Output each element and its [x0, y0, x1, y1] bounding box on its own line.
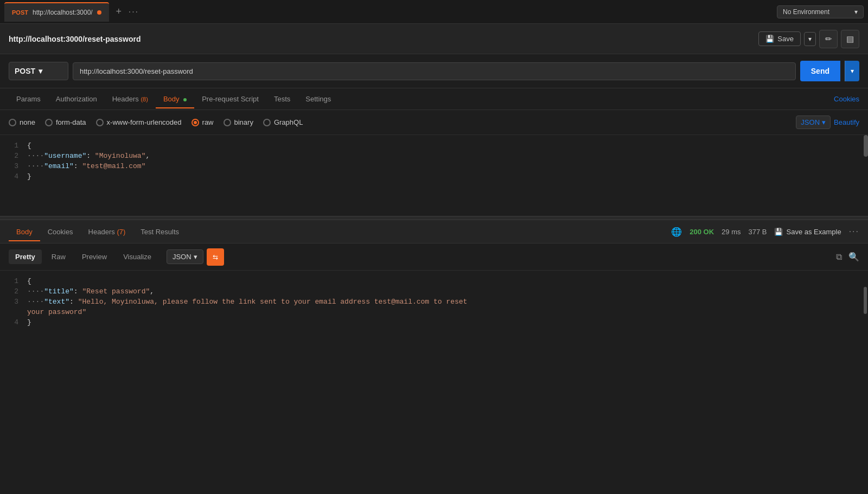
- chevron-down-icon: ▾: [822, 118, 826, 126]
- request-title: http://localhost:3000/reset-password: [9, 35, 758, 43]
- editor-scrollbar: [864, 135, 868, 157]
- more-options-icon[interactable]: ···: [849, 227, 859, 236]
- tab-authorization[interactable]: Authorization: [48, 89, 105, 108]
- globe-icon: 🌐: [671, 227, 682, 237]
- save-example-button[interactable]: 💾 Save as Example: [774, 228, 841, 236]
- json-label: JSON: [801, 118, 820, 126]
- wrap-button[interactable]: ⇆: [207, 248, 224, 266]
- body-type-row: none form-data x-www-form-urlencoded raw…: [0, 110, 868, 135]
- tab-pre-request[interactable]: Pre-request Script: [194, 89, 266, 108]
- radio-graphql-circle: [263, 119, 271, 126]
- status-code: 200 OK: [690, 228, 714, 236]
- response-tab-bar: Body Cookies Headers (7) Test Results 🌐 …: [0, 220, 868, 243]
- radio-binary[interactable]: binary: [224, 118, 253, 126]
- resp-line-2: 2 ····"title": "Reset password",: [0, 286, 868, 297]
- tab-bar-right: No Environment ▾: [777, 5, 864, 18]
- resp-tab-test-results[interactable]: Test Results: [133, 222, 187, 241]
- plus-icon: +: [116, 6, 122, 17]
- env-label: No Environment: [783, 8, 829, 16]
- resp-visualize-tab[interactable]: Visualize: [117, 249, 158, 264]
- tab-settings[interactable]: Settings: [298, 89, 339, 108]
- response-scrollbar: [864, 287, 867, 314]
- url-input[interactable]: [73, 62, 796, 80]
- tab-dot: [97, 10, 101, 15]
- search-button[interactable]: 🔍: [848, 252, 859, 262]
- code-line-3: 3 ····"email": "test@mail.com": [0, 161, 868, 171]
- radio-urlencoded[interactable]: x-www-form-urlencoded: [96, 118, 182, 126]
- send-dropdown-button[interactable]: ▾: [845, 61, 859, 81]
- resp-line-3b: your password": [0, 307, 868, 317]
- cookies-link[interactable]: Cookies: [834, 95, 859, 103]
- radio-none-circle: [9, 119, 16, 126]
- tab-tests[interactable]: Tests: [266, 89, 298, 108]
- resp-headers-badge: (7): [117, 228, 125, 236]
- resp-tab-body[interactable]: Body: [9, 222, 40, 241]
- response-time: 29 ms: [722, 228, 741, 236]
- copy-button[interactable]: ⧉: [836, 252, 842, 262]
- tab-method: POST: [12, 9, 28, 16]
- headers-badge: (8): [141, 96, 148, 102]
- resp-pretty-tab[interactable]: Pretty: [9, 249, 42, 264]
- save-button[interactable]: 💾 Save: [758, 31, 801, 46]
- chevron-down-icon: ▾: [854, 8, 858, 16]
- resp-format-select[interactable]: JSON ▾: [167, 249, 203, 264]
- format-select[interactable]: JSON ▾: [796, 116, 831, 129]
- new-tab-button[interactable]: +: [111, 4, 126, 20]
- resp-line-1: 1 {: [0, 276, 868, 286]
- request-row: POST ▾ Send ▾: [0, 54, 868, 88]
- response-meta: 🌐 200 OK 29 ms 377 B 💾 Save as Example ·…: [671, 227, 859, 237]
- method-select[interactable]: POST ▾: [9, 62, 68, 80]
- radio-form-data-circle: [45, 119, 53, 126]
- radio-binary-circle: [224, 119, 231, 126]
- tab-body[interactable]: Body: [156, 89, 194, 108]
- request-tabs: Params Authorization Headers (8) Body Pr…: [0, 88, 868, 110]
- resp-toolbar-right: ⧉ 🔍: [836, 252, 859, 262]
- radio-form-data[interactable]: form-data: [45, 118, 86, 126]
- tab-params[interactable]: Params: [9, 89, 48, 108]
- response-body-editor: 1 { 2 ····"title": "Reset password", 3 ·…: [0, 271, 868, 494]
- tab-url: http://localhost:3000/: [33, 9, 93, 16]
- save-label: Save: [777, 35, 794, 43]
- ellipsis-icon: ···: [129, 7, 139, 16]
- resp-line-3: 3 ····"text": "Hello, Moyinoluwa, please…: [0, 297, 868, 307]
- radio-graphql[interactable]: GraphQL: [263, 118, 303, 126]
- beautify-button[interactable]: Beautify: [834, 118, 859, 126]
- response-body-toolbar: Pretty Raw Preview Visualize JSON ▾ ⇆ ⧉ …: [0, 243, 868, 271]
- comment-button[interactable]: ▤: [841, 30, 859, 48]
- active-tab[interactable]: POST http://localhost:3000/: [4, 2, 109, 22]
- code-line-4: 4 }: [0, 171, 868, 182]
- resp-tab-cookies[interactable]: Cookies: [40, 222, 81, 241]
- more-tabs-button[interactable]: ···: [129, 7, 139, 17]
- search-icon: 🔍: [848, 252, 859, 261]
- request-body-editor[interactable]: 1 { 2 ····"username": "Moyinoluwa", 3 ··…: [0, 135, 868, 216]
- save-dropdown-button[interactable]: ▾: [804, 32, 816, 46]
- body-type-right: JSON ▾ Beautify: [796, 116, 859, 129]
- resp-line-4: 4 }: [0, 317, 868, 328]
- save-example-label: Save as Example: [786, 228, 841, 236]
- tab-headers[interactable]: Headers (8): [105, 89, 156, 108]
- edit-button[interactable]: ✏: [819, 30, 838, 48]
- copy-icon: ⧉: [836, 252, 842, 261]
- send-label: Send: [811, 67, 829, 75]
- resp-json-label: JSON: [173, 253, 192, 261]
- method-label: POST: [15, 67, 35, 75]
- tab-bar: POST http://localhost:3000/ + ··· No Env…: [0, 0, 868, 24]
- chevron-down-icon: ▾: [39, 67, 42, 75]
- url-bar-actions: 💾 Save ▾ ✏ ▤: [758, 30, 859, 48]
- resp-tab-headers[interactable]: Headers (7): [81, 222, 133, 241]
- radio-raw-circle: [192, 119, 199, 126]
- save-icon: 💾: [774, 228, 783, 236]
- resp-raw-tab[interactable]: Raw: [45, 249, 72, 264]
- chevron-down-icon: ▾: [194, 253, 197, 261]
- environment-select[interactable]: No Environment ▾: [777, 5, 864, 18]
- resp-preview-tab[interactable]: Preview: [75, 249, 113, 264]
- code-line-2: 2 ····"username": "Moyinoluwa",: [0, 151, 868, 161]
- code-line-1: 1 {: [0, 140, 868, 151]
- comment-icon: ▤: [846, 34, 854, 44]
- chevron-down-icon: ▾: [808, 35, 812, 43]
- send-button[interactable]: Send: [800, 61, 840, 81]
- body-active-dot: [183, 98, 187, 101]
- radio-none[interactable]: none: [9, 118, 35, 126]
- url-bar: http://localhost:3000/reset-password 💾 S…: [0, 24, 868, 54]
- radio-raw[interactable]: raw: [192, 118, 214, 126]
